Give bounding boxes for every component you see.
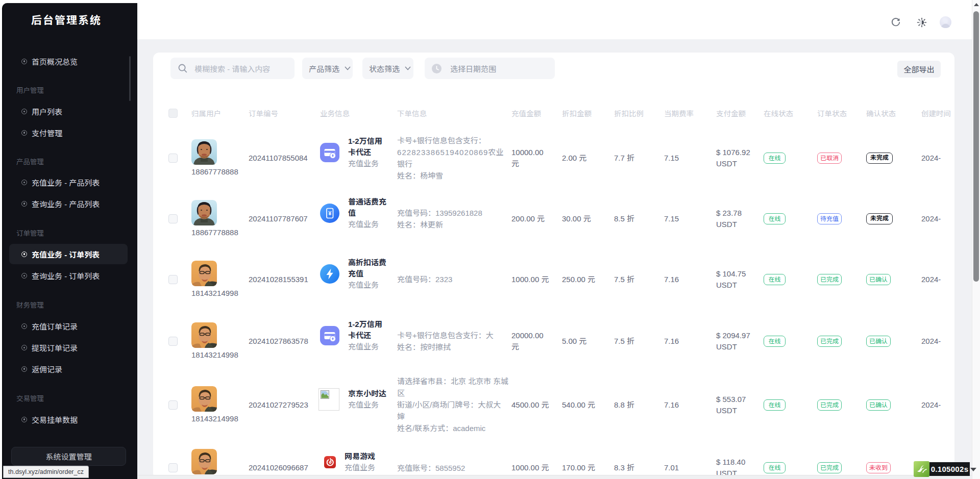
svg-text:¥: ¥ bbox=[328, 210, 332, 216]
